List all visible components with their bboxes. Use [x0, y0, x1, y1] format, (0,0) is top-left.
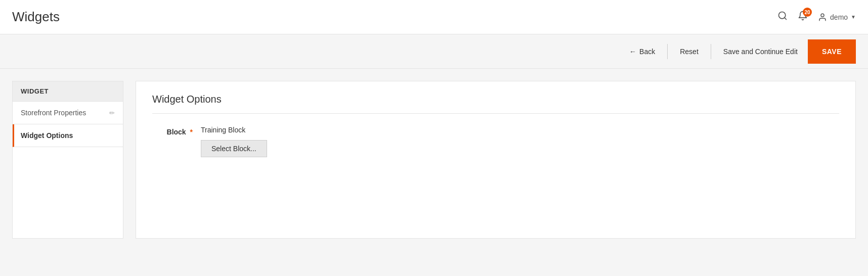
toolbar-divider-2 — [711, 44, 711, 59]
sidebar-item-label: Storefront Properties — [21, 109, 86, 117]
sidebar-item-widget-options[interactable]: Widget Options — [13, 124, 123, 147]
block-value-section: Training Block Select Block... — [201, 126, 267, 157]
sidebar-item-label: Widget Options — [21, 131, 73, 140]
main-content: WIDGET Storefront Properties ✏ Widget Op… — [0, 69, 868, 251]
panel-title: Widget Options — [152, 94, 839, 114]
svg-line-1 — [785, 18, 787, 20]
sidebar-heading: WIDGET — [13, 81, 123, 102]
select-block-label: Select Block... — [211, 145, 256, 153]
save-label: Save — [822, 48, 842, 56]
save-continue-label: Save and Continue Edit — [723, 48, 798, 56]
content-panel: Widget Options Block * Training Block Se… — [136, 81, 856, 239]
save-button[interactable]: Save — [808, 39, 856, 64]
reset-button[interactable]: Reset — [672, 42, 707, 61]
notifications-bell[interactable]: 20 — [798, 11, 808, 23]
page-title: Widgets — [12, 9, 60, 25]
svg-point-2 — [821, 14, 824, 17]
back-label: Back — [639, 48, 655, 56]
block-label: Block * — [152, 126, 193, 136]
sidebar-item-storefront-properties[interactable]: Storefront Properties ✏ — [13, 102, 123, 124]
top-header: Widgets 20 demo ▼ — [0, 0, 868, 34]
user-name: demo — [830, 13, 848, 21]
save-continue-button[interactable]: Save and Continue Edit — [715, 42, 806, 61]
sidebar: WIDGET Storefront Properties ✏ Widget Op… — [12, 81, 123, 239]
back-button[interactable]: ← Back — [621, 42, 663, 61]
toolbar-divider-1 — [667, 44, 668, 59]
back-arrow-icon: ← — [629, 48, 636, 56]
select-block-button[interactable]: Select Block... — [201, 140, 267, 157]
block-field-row: Block * Training Block Select Block... — [152, 126, 839, 157]
chevron-down-icon: ▼ — [851, 14, 856, 20]
reset-label: Reset — [680, 48, 699, 56]
required-indicator: * — [188, 128, 193, 136]
header-right: 20 demo ▼ — [777, 11, 856, 23]
notification-count: 20 — [803, 8, 812, 17]
search-icon[interactable] — [777, 11, 788, 23]
block-value: Training Block — [201, 124, 245, 134]
user-menu[interactable]: demo ▼ — [818, 13, 856, 22]
toolbar: ← Back Reset Save and Continue Edit Save — [0, 34, 868, 69]
edit-icon: ✏ — [109, 109, 115, 117]
